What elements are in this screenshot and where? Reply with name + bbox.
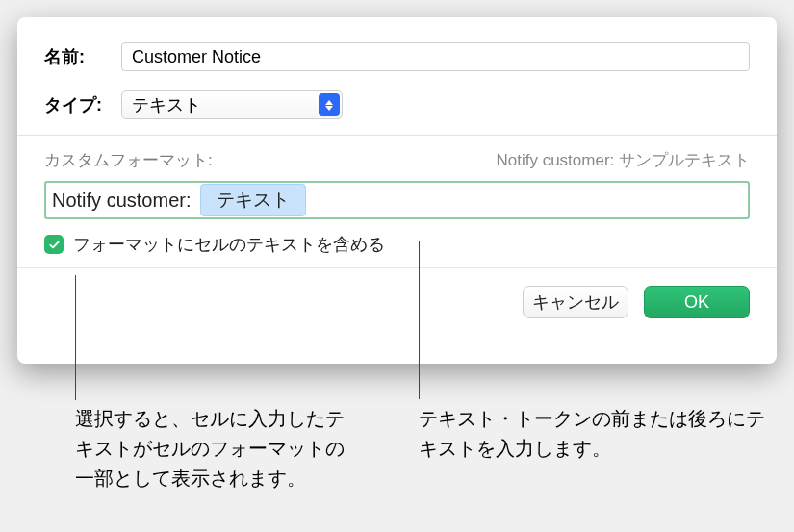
callout-token-description: テキスト・トークンの前または後ろにテキストを入力します。	[419, 404, 765, 464]
type-value: テキスト	[132, 93, 201, 116]
format-field[interactable]: Notify customer: テキスト	[44, 181, 750, 219]
callout-connector	[75, 275, 76, 400]
button-row: キャンセル OK	[17, 268, 777, 318]
type-row: タイプ: テキスト	[17, 81, 777, 129]
callout-checkbox-description: 選択すると、セルに入力したテキストがセルのフォーマットの一部として表示されます。	[75, 404, 345, 494]
custom-format-header: カスタムフォーマット: Notify customer: サンプルテキスト	[17, 136, 777, 177]
dialog-panel: 名前: タイプ: テキスト カスタムフォーマット: Notify custome…	[17, 17, 777, 364]
cancel-button[interactable]: キャンセル	[523, 286, 628, 318]
format-prefix-text: Notify customer:	[52, 190, 191, 212]
callout-connector	[419, 241, 420, 399]
name-input[interactable]	[121, 42, 750, 71]
select-stepper-icon	[319, 93, 340, 116]
name-row: 名前:	[17, 17, 777, 81]
text-token[interactable]: テキスト	[200, 184, 306, 216]
type-select[interactable]: テキスト	[121, 90, 343, 119]
include-text-label: フォーマットにセルのテキストを含める	[73, 233, 385, 256]
type-label: タイプ:	[44, 93, 121, 116]
include-text-checkbox-row: フォーマットにセルのテキストを含める	[17, 229, 777, 267]
ok-button[interactable]: OK	[644, 286, 750, 318]
include-text-checkbox[interactable]	[44, 235, 64, 254]
checkmark-icon	[48, 239, 61, 251]
custom-format-preview: Notify customer: サンプルテキスト	[496, 149, 750, 171]
name-label: 名前:	[44, 45, 121, 68]
custom-format-label: カスタムフォーマット:	[44, 149, 213, 171]
